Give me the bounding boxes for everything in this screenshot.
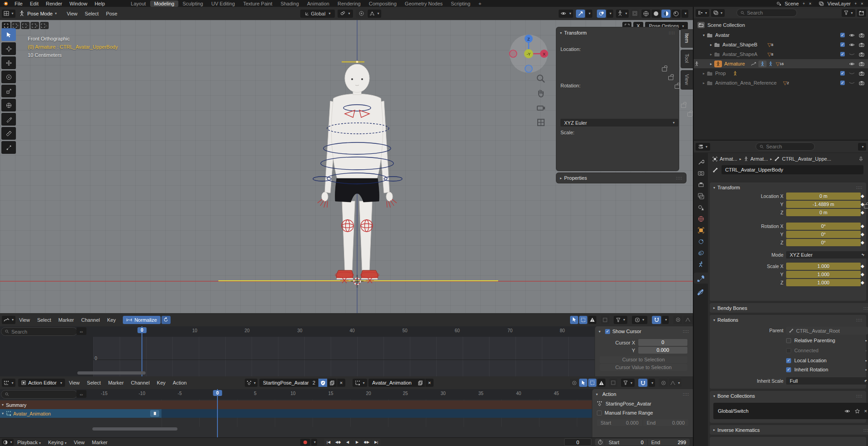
graph-ruler[interactable]: Search ⇔ 10 20 30 40 50 60 70 80 (0, 326, 693, 337)
tab-render-icon[interactable] (698, 170, 704, 177)
tab-tool[interactable]: Tool (681, 50, 693, 68)
dope-menu-select[interactable]: Select (83, 380, 105, 385)
playbar-editor-icon[interactable]: ▾ (2, 439, 14, 446)
dope-proportional-icon[interactable] (570, 379, 578, 387)
tab-world-icon[interactable] (698, 216, 704, 222)
tab-physics-icon[interactable] (698, 238, 704, 245)
shading-wireframe-button[interactable] (641, 10, 651, 18)
stash-keying-icon[interactable]: ▾ (245, 379, 257, 387)
menu-window[interactable]: Window (66, 1, 91, 6)
gizmo-neg-x-ball[interactable] (510, 50, 517, 57)
outliner-row-animation-area-reference[interactable]: ▸ Animation_Area_Reference ▽ 2 ✓ (694, 78, 868, 87)
playbar-menu-marker[interactable]: Marker (88, 440, 111, 445)
graph-menu-channel[interactable]: Channel (77, 317, 103, 323)
dope-cursor-tool-icon[interactable] (579, 379, 587, 387)
outliner-row-scene-collection[interactable]: Scene Collection (694, 20, 868, 30)
dope-filter-toggle-icon[interactable]: ⇔ (76, 390, 86, 398)
play-button[interactable]: ▶ (353, 439, 362, 446)
graph-falloff-dropdown[interactable]: ▾ (683, 316, 693, 324)
animate-dot-icon[interactable]: • (865, 339, 867, 343)
lock-rotation-y-icon[interactable] (687, 112, 692, 117)
relative-parenting-checkbox[interactable] (786, 338, 791, 343)
manual-frame-range-row[interactable]: Manual Frame Range (592, 408, 693, 417)
lock-location-z-icon[interactable] (675, 85, 680, 89)
toggle-ortho-icon[interactable] (536, 117, 546, 127)
graph-menu-select[interactable]: Select (34, 317, 55, 323)
properties-editor-type-button[interactable]: ▾ (696, 143, 710, 151)
tab-item[interactable]: Item (681, 29, 693, 48)
action-panel-header[interactable]: ▾Action :::: (592, 389, 693, 399)
viewport-menu-select[interactable]: Select (81, 11, 102, 16)
normalize-toggle[interactable]: Normalize (123, 316, 161, 324)
prop-location-z-field[interactable]: 0 m (786, 209, 861, 216)
bendy-bones-panel[interactable]: ▸Bendy Bones :::: (710, 303, 868, 313)
prop-rotation-y-field[interactable]: 0° (786, 231, 861, 238)
auto-key-record-button[interactable] (300, 439, 310, 446)
relative-parenting-row[interactable]: Relative Parenting (786, 338, 835, 343)
hide-eye-icon[interactable] (849, 43, 855, 47)
dope-prop-icon[interactable] (659, 379, 668, 387)
parent-field[interactable]: CTRL_Avatar_Root (786, 327, 868, 334)
inverse-kinematics-panel[interactable]: ▸Inverse Kinematics :::: (710, 425, 868, 435)
dope-filter-dropdown[interactable]: ▾ (621, 379, 635, 387)
graph-menu-key[interactable]: Key (103, 317, 119, 323)
properties-search-input[interactable]: Search (756, 142, 815, 151)
dope-snap-magnet-icon[interactable] (638, 379, 647, 387)
prop-rotation-mode-dropdown[interactable]: XYZ Euler▾ (786, 251, 868, 258)
workspace-tab-modeling[interactable]: Modeling (150, 0, 179, 7)
rotation-mode-dropdown[interactable]: XYZ Euler▾ (560, 119, 678, 127)
outliner-row-avatar-shapeb[interactable]: ▸ Avatar_ShapeB ▽ 8 ✓ (694, 40, 868, 49)
shapea-checkbox[interactable]: ✓ (840, 52, 845, 56)
navigation-gizmo[interactable]: Z X -Y (508, 33, 550, 75)
shading-solid-button[interactable] (651, 10, 661, 18)
next-keyframe-button[interactable]: ◆▶ (362, 439, 371, 446)
shading-dropdown[interactable]: ▾ (681, 10, 688, 18)
hide-eye-closed-icon[interactable] (849, 81, 855, 85)
prop-scale-x-field[interactable]: 1.000 (786, 263, 861, 270)
gizmo-dropdown[interactable]: ▾ (585, 10, 592, 18)
connected-row[interactable]: Connected (786, 348, 818, 353)
unlink-action-icon[interactable]: × (337, 379, 345, 387)
cursor-value-to-selection-button[interactable]: Cursor Value to Selection (600, 364, 687, 371)
workspace-tab-compositing[interactable]: Compositing (365, 0, 401, 7)
graph-snap-magnet-icon[interactable] (652, 316, 661, 324)
inherit-scale-dropdown[interactable]: Full▾ (786, 377, 868, 385)
render-camera-icon[interactable] (859, 71, 864, 76)
animation-slot-icon[interactable]: ▾ (353, 379, 367, 387)
workspace-tab-layout[interactable]: Layout (127, 0, 150, 7)
animate-dot-icon[interactable]: • (865, 368, 867, 372)
new-scene-button[interactable]: + (801, 1, 807, 6)
new-action-icon[interactable] (328, 379, 337, 387)
cursor-x-field[interactable]: 0 (638, 339, 687, 346)
menu-edit[interactable]: Edit (26, 1, 42, 6)
graph-editor-type-button[interactable]: ▾ (2, 316, 15, 324)
graph-search-input[interactable]: Search (1, 327, 77, 336)
outliner-row-prop[interactable]: ▸ Prop ✓ (694, 69, 868, 78)
workspace-tab-texture-paint[interactable]: Texture Paint (239, 0, 276, 7)
proportional-editing-button[interactable] (356, 10, 367, 18)
tab-tool-icon[interactable] (698, 159, 704, 165)
slot-pin-icon[interactable] (150, 410, 159, 417)
lock-location-x-icon[interactable] (662, 67, 667, 71)
dope-box-select-icon[interactable] (588, 379, 596, 387)
transform-orientation-dropdown[interactable]: Global▾ (300, 10, 335, 18)
graph-warning-icon[interactable] (588, 316, 596, 324)
graph-playhead[interactable] (141, 326, 142, 376)
graph-proportional-icon[interactable] (673, 316, 682, 324)
avatar-checkbox[interactable]: ✓ (840, 33, 845, 37)
viewport-menu-view[interactable]: View (63, 11, 81, 16)
outliner-filter-mode-icon[interactable]: ▾ (711, 9, 725, 17)
menu-file[interactable]: File (11, 1, 26, 6)
render-camera-icon[interactable] (859, 33, 864, 37)
new-collection-button[interactable] (857, 9, 866, 17)
dope-mode-dropdown[interactable]: Action Editor▾ (18, 379, 65, 387)
bone-collections-header[interactable]: ▾Bone Collections :::: (710, 391, 866, 401)
prev-keyframe-button[interactable]: ◀◆ (333, 439, 343, 446)
mode-selector[interactable]: Pose Mode (26, 11, 54, 16)
hide-eye-icon[interactable] (849, 62, 855, 66)
add-workspace-button[interactable]: + (474, 0, 485, 7)
tab-constraints-icon[interactable] (698, 250, 704, 256)
dope-ghost-icon[interactable] (609, 379, 617, 387)
play-reverse-button[interactable]: ◀ (343, 439, 352, 446)
shapeb-checkbox[interactable]: ✓ (840, 42, 845, 47)
